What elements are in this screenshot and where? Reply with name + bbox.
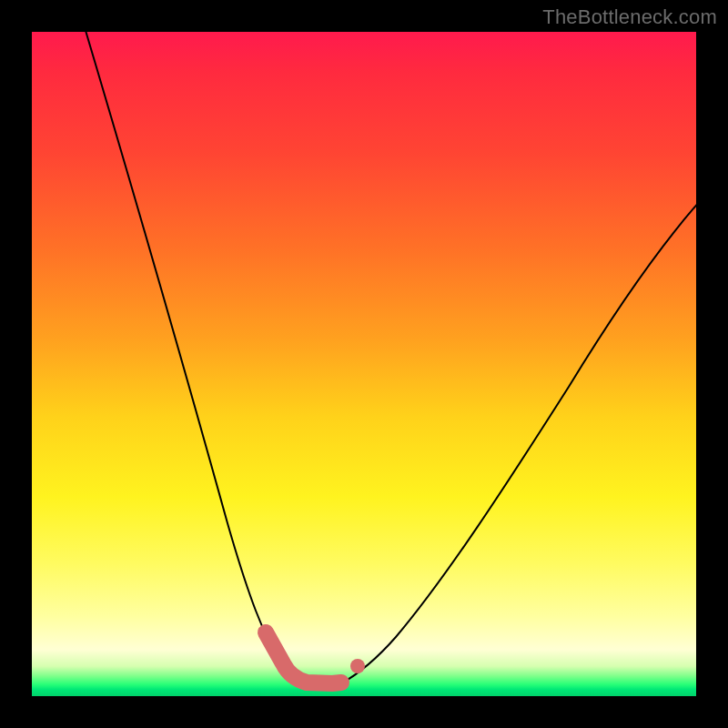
bottleneck-marker-dot: [350, 659, 365, 673]
plot-area: [32, 32, 696, 696]
chart-frame: TheBottleneck.com: [0, 0, 728, 728]
bottleneck-marker: [266, 632, 341, 683]
watermark-text: TheBottleneck.com: [542, 5, 717, 29]
curve-left-branch: [82, 18, 305, 683]
curve-layer: [32, 32, 696, 696]
curve-right-branch: [341, 200, 701, 683]
